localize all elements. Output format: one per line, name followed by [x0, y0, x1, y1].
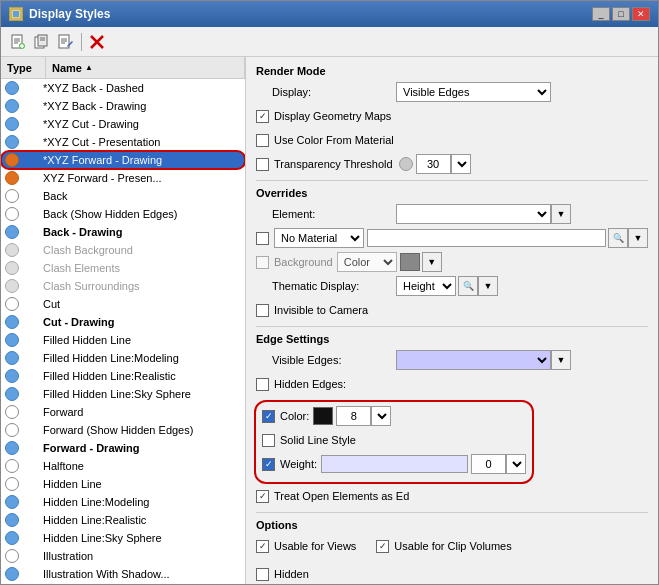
item-type-icon — [5, 351, 43, 365]
transparency-checkbox[interactable] — [256, 158, 269, 171]
no-material-arrow-button[interactable]: ▼ — [628, 228, 648, 248]
list-item[interactable]: Back - Drawing — [1, 223, 245, 241]
background-type-select[interactable]: Color — [337, 252, 397, 272]
visible-edges-arrow[interactable]: ▼ — [551, 350, 571, 370]
no-material-search-button[interactable]: 🔍 — [608, 228, 628, 248]
list-item[interactable]: Back — [1, 187, 245, 205]
treat-open-row: Treat Open Elements as Ed — [256, 486, 648, 506]
display-geometry-label: Display Geometry Maps — [274, 110, 391, 122]
list-item[interactable]: Forward — [1, 403, 245, 421]
thematic-arrow-button[interactable]: ▼ — [478, 276, 498, 296]
list-item[interactable]: Halftone — [1, 457, 245, 475]
element-select[interactable] — [396, 204, 551, 224]
thematic-select[interactable]: Height None — [396, 276, 456, 296]
minimize-button[interactable]: _ — [592, 7, 610, 21]
item-type-icon — [5, 261, 43, 275]
weight-checkbox[interactable] — [262, 458, 275, 471]
list-item[interactable]: Clash Background — [1, 241, 245, 259]
list-item[interactable]: Hidden Line:Sky Sphere — [1, 529, 245, 547]
list-item[interactable]: Filled Hidden Line:Sky Sphere — [1, 385, 245, 403]
item-type-icon — [5, 531, 43, 545]
list-item[interactable]: Back (Show Hidden Edges) — [1, 205, 245, 223]
transparency-label: Transparency Threshold — [274, 158, 393, 170]
usable-for-clip-checkbox[interactable] — [376, 540, 389, 553]
invisible-checkbox[interactable] — [256, 304, 269, 317]
transparency-unit-select[interactable] — [451, 154, 471, 174]
no-material-checkbox[interactable] — [256, 232, 269, 245]
list-item[interactable]: Hidden Line:Modeling — [1, 493, 245, 511]
title-buttons: _ □ ✕ — [592, 7, 650, 21]
list-item[interactable]: Cut — [1, 295, 245, 313]
background-arrow-button[interactable]: ▼ — [422, 252, 442, 272]
use-color-row: Use Color From Material — [256, 130, 648, 150]
window-title: Display Styles — [29, 7, 110, 21]
list-item[interactable]: Forward (Show Hidden Edges) — [1, 421, 245, 439]
type-column-header[interactable]: Type — [1, 57, 46, 78]
list-item[interactable]: Illustration — [1, 547, 245, 565]
maximize-button[interactable]: □ — [612, 7, 630, 21]
list-item[interactable]: Clash Elements — [1, 259, 245, 277]
display-label: Display: — [256, 86, 396, 98]
list-item[interactable]: Hidden Line — [1, 475, 245, 493]
no-material-value — [367, 229, 606, 247]
list-item[interactable]: Illustration With Shadow... — [1, 565, 245, 583]
name-column-header[interactable]: Name ▲ — [46, 57, 245, 78]
item-type-icon — [5, 477, 43, 491]
display-geometry-checkbox[interactable] — [256, 110, 269, 123]
color-value-input[interactable] — [336, 406, 371, 426]
weight-row: Weight: ▼ — [262, 454, 526, 474]
usable-for-clip-label: Usable for Clip Volumes — [394, 540, 511, 552]
transparency-row: Transparency Threshold — [256, 154, 648, 174]
right-panel: Render Mode Display: Visible Edges All E… — [246, 57, 658, 584]
duplicate-button[interactable] — [31, 31, 53, 53]
element-ellipsis-button[interactable]: ▼ — [551, 204, 571, 224]
color-checkbox[interactable] — [262, 410, 275, 423]
list-item-selected[interactable]: *XYZ Forward - Drawing — [1, 151, 245, 169]
toolbar — [1, 27, 658, 57]
use-color-checkbox[interactable] — [256, 134, 269, 147]
thematic-search-button[interactable]: 🔍 — [458, 276, 478, 296]
background-row: Background Color ▼ — [256, 252, 648, 272]
list-item[interactable]: XYZ Forward - Presen... — [1, 169, 245, 187]
item-type-icon — [5, 441, 43, 455]
list-item[interactable]: *XYZ Back - Dashed — [1, 79, 245, 97]
list-item[interactable]: *XYZ Cut - Presentation — [1, 133, 245, 151]
list-item[interactable]: Forward - Drawing — [1, 439, 245, 457]
rename-button[interactable] — [55, 31, 77, 53]
list-item[interactable]: *XYZ Back - Drawing — [1, 97, 245, 115]
item-type-icon — [5, 81, 43, 95]
weight-value-input[interactable] — [471, 454, 506, 474]
list-item[interactable]: Cut - Drawing — [1, 313, 245, 331]
hidden-edges-checkbox[interactable] — [256, 378, 269, 391]
close-button[interactable]: ✕ — [632, 7, 650, 21]
color-dropdown[interactable]: ▼ — [371, 406, 391, 426]
display-select[interactable]: Visible Edges All Edges No Edges — [396, 82, 551, 102]
background-color-swatch[interactable] — [400, 253, 420, 271]
item-type-icon — [5, 369, 43, 383]
usable-for-views-checkbox[interactable] — [256, 540, 269, 553]
item-type-icon — [5, 495, 43, 509]
no-material-select[interactable]: No Material — [274, 228, 364, 248]
list-item[interactable]: Filled Hidden Line:Realistic — [1, 367, 245, 385]
item-type-icon — [5, 135, 43, 149]
list-body[interactable]: *XYZ Back - Dashed *XYZ Back - Drawing *… — [1, 79, 245, 584]
transparency-value[interactable] — [416, 154, 451, 174]
title-bar-left: Display Styles — [9, 7, 110, 21]
list-item[interactable]: *XYZ Cut - Drawing — [1, 115, 245, 133]
list-item[interactable]: Filled Hidden Line — [1, 331, 245, 349]
list-item[interactable]: Clash Surroundings — [1, 277, 245, 295]
hidden-option-checkbox[interactable] — [256, 568, 269, 581]
visible-edges-select[interactable] — [396, 350, 551, 370]
thematic-label: Thematic Display: — [256, 280, 396, 292]
color-swatch[interactable] — [313, 407, 333, 425]
background-checkbox[interactable] — [256, 256, 269, 269]
treat-open-checkbox[interactable] — [256, 490, 269, 503]
weight-dropdown[interactable]: ▼ — [506, 454, 526, 474]
delete-button[interactable] — [86, 31, 108, 53]
list-item[interactable]: Filled Hidden Line:Modeling — [1, 349, 245, 367]
item-type-icon — [5, 117, 43, 131]
solid-line-checkbox[interactable] — [262, 434, 275, 447]
item-type-icon — [5, 279, 43, 293]
list-item[interactable]: Hidden Line:Realistic — [1, 511, 245, 529]
new-style-button[interactable] — [7, 31, 29, 53]
